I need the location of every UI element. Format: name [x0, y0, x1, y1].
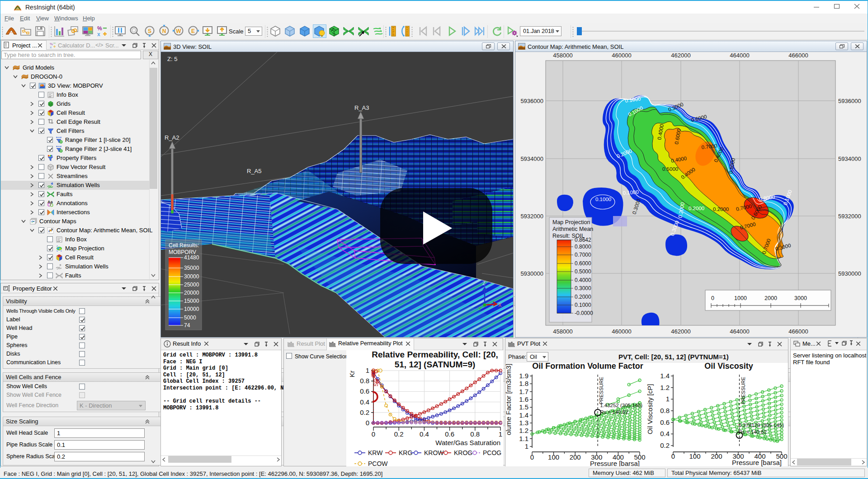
svg-text:PCOG: PCOG	[483, 449, 501, 456]
svg-text:0.1000: 0.1000	[575, 302, 591, 308]
svg-text:PRESSURE: PRESSURE	[741, 377, 746, 404]
svg-text:0.4000: 0.4000	[575, 277, 591, 283]
svg-text:0.8000: 0.8000	[575, 244, 591, 250]
svg-text:1: 1	[525, 442, 528, 450]
svg-text:0.8: 0.8	[660, 407, 670, 414]
svg-text:0.4: 0.4	[420, 430, 429, 438]
svg-text:Z: 5: Z: 5	[167, 56, 177, 62]
svg-text:464000: 464000	[730, 52, 749, 59]
svg-text:35000: 35000	[184, 265, 199, 271]
svg-text:15000: 15000	[184, 298, 199, 304]
svg-text:5930000: 5930000	[520, 270, 543, 277]
svg-text:0: 0	[366, 419, 369, 427]
svg-text:462000: 462000	[671, 52, 690, 59]
svg-text:5934000: 5934000	[838, 155, 861, 162]
svg-text:Z: Z	[482, 281, 486, 286]
svg-text:1.43252 (305.145): 1.43252 (305.145)	[600, 403, 642, 408]
svg-text:Cell Results:: Cell Results:	[169, 242, 199, 249]
svg-text:0.7000: 0.7000	[575, 252, 591, 258]
svg-text:0.8: 0.8	[470, 430, 480, 438]
svg-text:100: 100	[548, 453, 559, 461]
svg-text:41480: 41480	[184, 254, 199, 261]
svg-text:Rs = 140.82: Rs = 140.82	[600, 409, 628, 415]
svg-text:0.2000: 0.2000	[575, 294, 591, 300]
svg-text:25000: 25000	[184, 282, 199, 288]
svg-text:458000: 458000	[553, 52, 572, 59]
svg-text:olume Factor [rm3/sm3]: olume Factor [rm3/sm3]	[505, 364, 512, 435]
svg-text:0.2: 0.2	[360, 409, 369, 416]
svg-text:200: 200	[711, 452, 722, 460]
svg-text:Water/Gas Saturation: Water/Gas Saturation	[435, 439, 500, 446]
svg-text:0.3000: 0.3000	[575, 285, 591, 291]
svg-text:0.8: 0.8	[360, 377, 369, 385]
svg-text:5932000: 5932000	[838, 213, 861, 220]
svg-text:5934000: 5934000	[520, 155, 543, 162]
svg-text:0.6: 0.6	[360, 387, 369, 395]
svg-text:Pressure [barsa]: Pressure [barsa]	[732, 459, 782, 466]
svg-text:5930000: 5930000	[838, 270, 861, 277]
svg-text:Oil Viscosity [cP]: Oil Viscosity [cP]	[646, 384, 654, 434]
svg-text:1.8: 1.8	[519, 380, 528, 387]
svg-text:PCOW: PCOW	[368, 460, 388, 466]
svg-text:0: 0	[372, 430, 375, 438]
svg-text:0.1000: 0.1000	[623, 189, 639, 196]
svg-text:464000: 464000	[730, 328, 749, 335]
svg-text:0.6000: 0.6000	[575, 260, 591, 267]
svg-text:1.6: 1.6	[519, 395, 528, 403]
svg-text:1.3: 1.3	[519, 419, 528, 427]
svg-text:5000: 5000	[184, 315, 196, 321]
svg-text:0: 0	[530, 453, 534, 461]
svg-text:0.1000: 0.1000	[595, 197, 611, 202]
svg-text:20000: 20000	[184, 290, 199, 296]
svg-text:462000: 462000	[671, 328, 690, 335]
svg-text:0.2: 0.2	[660, 441, 670, 449]
svg-text:0.5000: 0.5000	[662, 166, 678, 172]
svg-text:Pressure [barsa]: Pressure [barsa]	[590, 460, 640, 466]
svg-text:R_A5: R_A5	[247, 168, 262, 174]
svg-text:0.2: 0.2	[394, 430, 404, 438]
svg-text:460000: 460000	[612, 52, 631, 59]
svg-text:5936000: 5936000	[838, 98, 861, 104]
svg-text:1: 1	[366, 366, 369, 374]
svg-text:460000: 460000	[612, 328, 631, 335]
svg-text:Map Projection: Map Projection	[552, 219, 590, 225]
svg-text:1.5: 1.5	[519, 403, 528, 411]
svg-text:5936000: 5936000	[520, 98, 543, 104]
svg-text:3000: 3000	[794, 295, 807, 301]
svg-text:2000: 2000	[764, 295, 777, 301]
svg-text:R_A2: R_A2	[165, 134, 179, 141]
svg-text:10000: 10000	[184, 306, 199, 312]
svg-text:0.2000: 0.2000	[689, 206, 704, 211]
svg-text:X: X	[498, 302, 502, 308]
svg-text:Y: Y	[478, 306, 482, 311]
svg-text:1.7: 1.7	[519, 388, 528, 395]
svg-text:1: 1	[666, 395, 670, 403]
svg-text:0: 0	[711, 295, 714, 301]
svg-text:1.4: 1.4	[519, 411, 528, 419]
svg-text:1000: 1000	[734, 295, 747, 301]
svg-text:51, 12] (SATNUM=9): 51, 12] (SATNUM=9)	[395, 360, 476, 369]
svg-text:Relative Permeability, Cell: [: Relative Permeability, Cell: [20,	[372, 350, 498, 359]
svg-text:0.378129 (305.145): 0.378129 (305.145)	[739, 423, 784, 428]
svg-text:KRG: KRG	[399, 449, 412, 456]
svg-text:-0.0000: -0.0000	[575, 310, 593, 316]
svg-text:0: 0	[671, 452, 675, 460]
svg-text:Oil Formation Volume Factor: Oil Formation Volume Factor	[532, 363, 643, 371]
svg-text:0.8642: 0.8642	[575, 237, 591, 243]
svg-text:KRW: KRW	[368, 449, 383, 456]
svg-text:0.4: 0.4	[360, 398, 369, 406]
svg-text:1.1: 1.1	[519, 435, 528, 442]
svg-text:1: 1	[499, 430, 502, 438]
svg-text:466000: 466000	[788, 328, 808, 335]
svg-text:0.2000: 0.2000	[713, 207, 729, 212]
svg-text:1.9: 1.9	[519, 372, 528, 380]
svg-text:0.6: 0.6	[445, 430, 454, 438]
svg-text:Kr: Kr	[348, 371, 356, 377]
svg-text:1.2: 1.2	[660, 384, 670, 391]
svg-text:1.2: 1.2	[519, 427, 528, 434]
svg-text:x: x	[50, 45, 52, 48]
svg-text:Arithmetic Mean: Arithmetic Mean	[552, 226, 593, 232]
svg-text:100: 100	[689, 452, 700, 460]
svg-text:0.6: 0.6	[660, 418, 670, 426]
svg-text:200: 200	[570, 453, 581, 461]
